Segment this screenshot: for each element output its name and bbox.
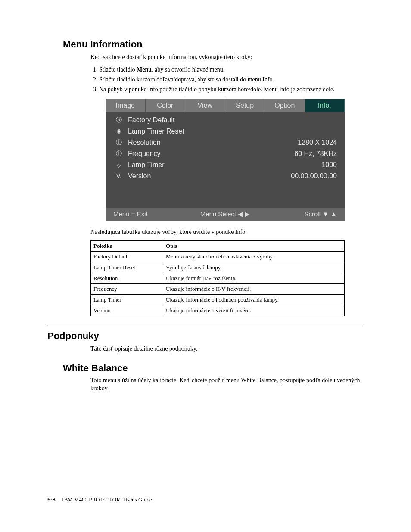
white-balance-intro: Toto menu slúži na účely kalibrácie. Keď… (90, 376, 364, 393)
info-table: Položka Opis Factory DefaultMenu zmeny š… (90, 240, 345, 316)
table-cell: Ukazuje formát H/V rozlíšenia. (163, 273, 345, 284)
osd-row: ⓘFrequency60 Hz, 78KHz (113, 148, 337, 159)
osd-row-icon: V. (113, 173, 125, 180)
osd-row-icon: ⓘ (113, 139, 125, 146)
osd-row: ✺Lamp Timer Reset (113, 126, 337, 137)
osd-row-icon: ☼ (113, 162, 125, 168)
heading-podponuky: Podponuky (47, 330, 364, 342)
table-cell: Factory Default (91, 252, 163, 262)
podponuky-intro: Táto časť opisuje detailne rôzne podponu… (90, 345, 364, 353)
heading-menu-information: Menu Information (63, 39, 364, 50)
table-row: VersionUkazuje informácie o verzii firmv… (91, 305, 345, 316)
osd-row-value: 1280 X 1024 (298, 139, 337, 146)
table-cell: Frequency (91, 284, 163, 295)
table-cell: Resolution (91, 273, 163, 284)
osd-tab: View (185, 99, 225, 112)
table-cell: Ukazuje informácie o H/V frekvencii. (163, 284, 345, 295)
table-cell: Ukazuje informácie o verzii firmvéru. (163, 305, 345, 316)
table-row: FrequencyUkazuje informácie o H/V frekve… (91, 284, 345, 295)
osd-row: ⓇFactory Default (113, 115, 337, 126)
osd-menu-screenshot: ImageColorViewSetupOptionInfo. ⓇFactory … (106, 99, 345, 221)
heading-white-balance: White Balance (63, 363, 364, 374)
table-row: ResolutionUkazuje formát H/V rozlíšenia. (91, 273, 345, 284)
page-number: 5-8 (47, 496, 56, 503)
table-cell: Lamp Timer Reset (91, 262, 163, 273)
table-header-item: Položka (91, 241, 163, 252)
table-cell: Ukazuje informácie o hodinách používania… (163, 295, 345, 305)
osd-row-label: Resolution (128, 139, 298, 146)
osd-tab: Info. (305, 99, 345, 112)
osd-row-icon: ✺ (113, 128, 125, 135)
osd-row-label: Lamp Timer (128, 161, 321, 169)
table-row: Factory DefaultMenu zmeny štandardného n… (91, 252, 345, 262)
osd-row: V.Version00.00.00.00.00 (113, 171, 337, 182)
table-row: Lamp TimerUkazuje informácie o hodinách … (91, 295, 345, 305)
osd-row: ☼Lamp Timer1000 (113, 159, 337, 171)
table-header-desc: Opis (163, 241, 345, 252)
osd-row-label: Frequency (128, 150, 294, 158)
table-cell: Version (91, 305, 163, 316)
osd-row-label: Lamp Timer Reset (128, 128, 337, 135)
osd-row-value: 00.00.00.00.00 (291, 172, 337, 180)
osd-row-icon: ⓘ (113, 150, 125, 158)
footer-title: IBM M400 PROJECTOR: User's Guide (62, 496, 152, 503)
page-footer: 5-8 IBM M400 PROJECTOR: User's Guide (47, 496, 364, 503)
osd-row-value: 1000 (321, 161, 337, 169)
steps-list: Stlačte tlačidlo Menu, aby sa otvorilo h… (90, 66, 364, 94)
osd-footer-mid: Menu Select ◀ ▶ (188, 210, 262, 218)
table-row: Lamp Timer ResetVynuluje časovač lampy. (91, 262, 345, 273)
table-cell: Vynuluje časovač lampy. (163, 262, 345, 273)
osd-row-label: Factory Default (128, 116, 337, 124)
table-cell: Lamp Timer (91, 295, 163, 305)
osd-tab: Setup (225, 99, 265, 112)
osd-footer-right: Scroll ▼ ▲ (262, 210, 337, 218)
step-item: Stlačte tlačidlo Menu, aby sa otvorilo h… (99, 66, 364, 74)
osd-row-label: Version (128, 172, 291, 180)
intro-text: Keď sa chcete dostať k ponuke Informatio… (90, 53, 364, 62)
osd-tab: Image (106, 99, 146, 112)
osd-tab: Color (146, 99, 186, 112)
step-item: Na pohyb v ponuke Info použite tlačidlo … (99, 86, 364, 94)
osd-row: ⓘResolution1280 X 1024 (113, 137, 337, 148)
osd-row-icon: Ⓡ (113, 116, 125, 124)
step-item: Stlačte tlačidlo kurzora doľava/doprava,… (99, 76, 364, 84)
osd-tab: Option (265, 99, 305, 112)
osd-row-value: 60 Hz, 78KHz (294, 150, 337, 158)
table-intro: Nasledujúca tabuľka ukazuje voľby, ktoré… (90, 228, 364, 236)
section-divider (47, 327, 364, 327)
table-cell: Menu zmeny štandardného nastavenia z výr… (163, 252, 345, 262)
osd-footer-left: Menu = Exit (113, 210, 188, 218)
